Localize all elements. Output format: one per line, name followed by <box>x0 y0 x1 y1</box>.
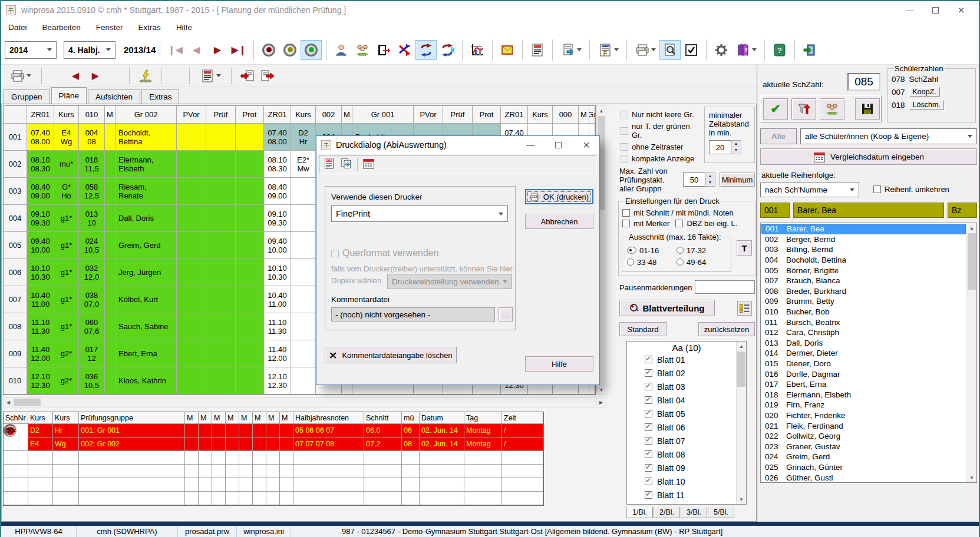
print-form-menu-button[interactable] <box>557 40 585 60</box>
student-list-item[interactable]: 025Grinach, Günter <box>761 462 966 473</box>
bottom-cell[interactable] <box>253 424 266 437</box>
grid-cell[interactable]: Riesam, Renate <box>116 178 177 205</box>
bottom-cell[interactable]: / <box>502 437 543 451</box>
bottom-cell[interactable]: 05 06 06 07 <box>293 424 364 437</box>
grid-cell[interactable] <box>291 367 316 395</box>
grid-cell[interactable]: Dall, Doris <box>116 205 177 232</box>
bottom-cell[interactable] <box>280 437 293 451</box>
bottom-cell[interactable]: 004 <box>4 424 17 437</box>
grid-cell[interactable]: G* Ho <box>54 178 79 205</box>
checkbox-icon[interactable] <box>645 396 652 404</box>
grid-cell[interactable]: 09.40 10.00 <box>264 232 291 259</box>
blatt-item[interactable]: Blatt 04 <box>627 393 746 407</box>
blatt-item[interactable]: Blatt 07 <box>627 434 746 448</box>
save-button[interactable] <box>855 98 880 120</box>
grid-cell[interactable]: Bocholdt, Bettina <box>116 124 177 151</box>
dbz-checkbox[interactable]: DBZ bei eig. L. <box>675 219 737 228</box>
grid-cell[interactable]: mu* <box>54 151 79 178</box>
minimum-button[interactable]: Minimum <box>720 173 755 187</box>
bottom-cell[interactable]: 002: Gr 002 <box>79 437 185 451</box>
grid-cell[interactable] <box>206 259 236 286</box>
t-button[interactable]: T <box>737 240 752 256</box>
grid-cell[interactable] <box>236 286 264 313</box>
checkbox-icon[interactable] <box>645 383 652 390</box>
grid-cell[interactable]: 11.10 11.30 <box>264 313 291 340</box>
grid-cell[interactable] <box>105 286 116 313</box>
bottom-cell[interactable] <box>185 437 199 451</box>
grid-cell[interactable]: 11.10 11.30 <box>27 313 54 340</box>
ausschnitt-radio-33-48[interactable]: 33-48 <box>627 256 677 268</box>
grid-cell[interactable]: 004 08 <box>79 124 105 151</box>
bottom-cell[interactable]: 08 <box>402 437 420 451</box>
filter-button[interactable] <box>791 98 816 120</box>
grid-cell[interactable] <box>236 178 264 205</box>
grid-cell[interactable]: g1* <box>54 286 79 313</box>
grid-cell[interactable] <box>291 286 316 313</box>
grid-cell[interactable]: 10.10 10.30 <box>27 259 54 286</box>
grid-cell[interactable] <box>177 178 206 205</box>
reverse-order-checkbox[interactable]: Reihenf. umkehren <box>873 185 949 194</box>
menu-item-hilfe[interactable]: Hilfe <box>176 23 192 32</box>
scroll-up-icon[interactable]: ▲ <box>597 106 606 115</box>
grid-cell[interactable] <box>206 286 236 313</box>
state-red-button[interactable] <box>258 40 279 60</box>
grid-cell[interactable]: 018 11,5 <box>79 151 105 178</box>
nav-first-button[interactable]: ❙◀ <box>164 40 186 60</box>
blatt-tab-1Bl[interactable]: 1/Bl. <box>626 507 653 518</box>
groups-button[interactable] <box>820 98 844 120</box>
menu-item-datei[interactable]: Datei <box>8 23 27 32</box>
bottom-cell[interactable] <box>280 424 293 437</box>
grid-cell[interactable]: 09.10 09.30 <box>264 205 291 232</box>
ausschnitt-radio-17-32[interactable]: 17-32 <box>677 244 726 256</box>
student-list-item[interactable]: 012Cara, Christiph <box>761 327 966 338</box>
standard-button[interactable]: Standard <box>619 322 666 336</box>
max-takt-stepper[interactable]: 50 ▲▼ <box>683 173 715 187</box>
student-list-item[interactable]: 002Berger, Bernd <box>761 234 966 245</box>
student-list-item[interactable]: 017Ebert, Erna <box>761 379 966 390</box>
grid-cell[interactable]: 07.40 08.00 <box>264 124 291 151</box>
reset-button[interactable]: zurücksetzen <box>698 322 755 336</box>
blatt-item[interactable]: Blatt 03 <box>627 380 746 393</box>
min-gap-stepper[interactable]: 20 ▲▼ <box>709 140 754 154</box>
group-icon[interactable] <box>352 40 373 60</box>
student-list-item[interactable]: 003Billing, Bernd <box>761 244 966 255</box>
bottom-cell[interactable]: 06 <box>402 424 420 437</box>
blatt-tab-2Bl[interactable]: 2/Bl. <box>654 507 680 518</box>
student-list-item[interactable]: 018Eiermann, Elsbeth <box>761 390 966 400</box>
print-plan-menu-button[interactable] <box>6 67 35 85</box>
student-list-item[interactable]: 022Gollwitz, Georg <box>761 431 966 442</box>
stepper-down-icon[interactable]: ▼ <box>705 180 715 186</box>
grid-cell[interactable] <box>291 340 316 367</box>
bottom-cell[interactable] <box>266 424 280 437</box>
grid-cell[interactable] <box>291 232 316 259</box>
student-filter-select[interactable]: alle Schüler/innen (Koop & Eigene) <box>800 128 977 144</box>
grid-cell[interactable]: Kölbel, Kurt <box>116 286 177 313</box>
nav-next-button[interactable]: ▶ <box>207 40 228 60</box>
scroll-up-icon[interactable]: ▲ <box>967 223 976 233</box>
blattverteilung-button[interactable]: Blattverteilung <box>619 300 715 316</box>
student-list-item[interactable]: 014Dermer, Dieter <box>761 348 966 359</box>
grid-cell[interactable] <box>177 340 206 367</box>
nav-last-button[interactable]: ▶❙ <box>228 40 249 60</box>
grid-cell[interactable] <box>177 286 206 313</box>
ausschnitt-radio-49-64[interactable]: 49-64 <box>677 256 726 268</box>
dialog-help-button[interactable]: Hilfe <box>525 356 593 372</box>
student-list-item[interactable]: 001Barer, Bea <box>761 224 966 234</box>
clear-comment-button[interactable]: Kommentardateiangabe löschen <box>325 347 457 363</box>
grid-cell[interactable]: Sauch, Sabine <box>116 313 177 340</box>
blatt-scrollbar[interactable]: ▲ ▼ <box>736 342 746 504</box>
grid-cell[interactable] <box>206 313 236 340</box>
tab-extras[interactable]: Extras <box>141 90 179 104</box>
grid-cell[interactable] <box>206 151 236 178</box>
count-label[interactable]: KoopZ. <box>909 87 940 97</box>
grid-cell[interactable]: 10.40 11.00 <box>27 286 54 313</box>
checkbox-icon[interactable] <box>645 478 652 485</box>
schnitt-checkbox[interactable]: mit Schnitt / mit mündl. Noten <box>622 208 755 217</box>
horizontal-scrollbar[interactable]: ◀ ▶ <box>3 397 606 407</box>
grid-cell[interactable]: 032 12,0 <box>79 259 105 286</box>
checkbox-icon[interactable] <box>645 450 652 458</box>
student-list-item[interactable]: 023Graner, Gustav <box>761 441 966 452</box>
grid-cell[interactable] <box>291 313 316 340</box>
student-list-item[interactable]: 015Diener, Doro <box>761 359 966 369</box>
scroll-right-icon[interactable]: ▶ <box>596 398 606 407</box>
